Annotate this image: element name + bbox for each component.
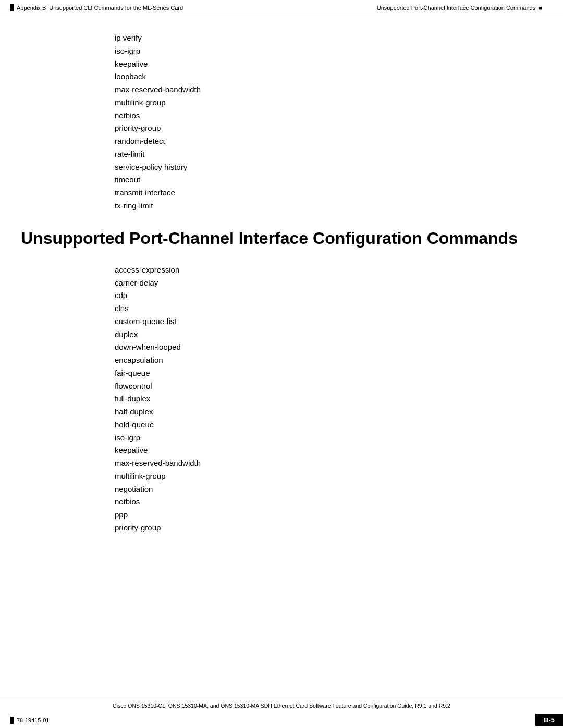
header-right: Unsupported Port-Channel Interface Confi… — [377, 5, 542, 11]
list-item: keepalive — [115, 444, 542, 457]
list-item: full-duplex — [115, 392, 542, 405]
list-item: timeout — [115, 174, 542, 187]
bottom-command-list: access-expressioncarrier-delaycdpclnscus… — [115, 264, 542, 535]
list-item: priority-group — [115, 122, 542, 135]
list-item: netbios — [115, 496, 542, 509]
footer-bottom: 78-19415-01 B-5 — [0, 712, 563, 728]
header-right-title: Unsupported Port-Channel Interface Confi… — [377, 5, 536, 11]
list-item: half-duplex — [115, 405, 542, 418]
list-item: hold-queue — [115, 418, 542, 431]
header-bar-icon — [10, 4, 14, 11]
list-item: loopback — [115, 70, 542, 83]
list-item: encapsulation — [115, 354, 542, 367]
list-item: transmit-interface — [115, 187, 542, 200]
footer-center-text: Cisco ONS 15310-CL, ONS 15310-MA, and ON… — [0, 699, 563, 712]
list-item: clns — [115, 302, 542, 315]
list-item: flowcontrol — [115, 380, 542, 393]
main-content: ip verifyiso-igrpkeepaliveloopbackmax-re… — [0, 16, 563, 582]
list-item: access-expression — [115, 264, 542, 277]
list-item: negotiation — [115, 483, 542, 496]
list-item: keepalive — [115, 58, 542, 71]
list-item: ip verify — [115, 32, 542, 45]
appendix-label: Appendix B — [17, 5, 46, 11]
list-item: iso-igrp — [115, 45, 542, 58]
list-item: service-policy history — [115, 161, 542, 174]
footer-bar-icon — [10, 717, 14, 724]
footer-bottom-left: 78-19415-01 — [0, 717, 49, 724]
list-item: rate-limit — [115, 148, 542, 161]
list-item: fair-queue — [115, 367, 542, 380]
section-heading: Unsupported Port-Channel Interface Confi… — [21, 228, 542, 248]
list-item: max-reserved-bandwidth — [115, 457, 542, 470]
list-item: multilink-group — [115, 96, 542, 109]
header-right-icon: ■ — [538, 5, 542, 11]
list-item: down-when-looped — [115, 341, 542, 354]
list-item: tx-ring-limit — [115, 200, 542, 213]
list-item: ppp — [115, 509, 542, 522]
list-item: custom-queue-list — [115, 315, 542, 328]
top-command-list: ip verifyiso-igrpkeepaliveloopbackmax-re… — [115, 32, 542, 213]
header-left: Appendix B Unsupported CLI Commands for … — [10, 4, 183, 11]
list-item: cdp — [115, 289, 542, 302]
list-item: netbios — [115, 109, 542, 122]
footer-doc-number: 78-19415-01 — [17, 717, 49, 723]
list-item: multilink-group — [115, 470, 542, 483]
footer-page-number: B-5 — [535, 714, 563, 726]
list-item: duplex — [115, 328, 542, 341]
list-item: carrier-delay — [115, 277, 542, 290]
list-item: random-detect — [115, 135, 542, 148]
page-footer: Cisco ONS 15310-CL, ONS 15310-MA, and ON… — [0, 699, 563, 728]
list-item: max-reserved-bandwidth — [115, 83, 542, 96]
page-header: Appendix B Unsupported CLI Commands for … — [0, 0, 563, 16]
appendix-title: Unsupported CLI Commands for the ML-Seri… — [49, 5, 183, 11]
list-item: priority-group — [115, 522, 542, 535]
list-item: iso-igrp — [115, 431, 542, 445]
